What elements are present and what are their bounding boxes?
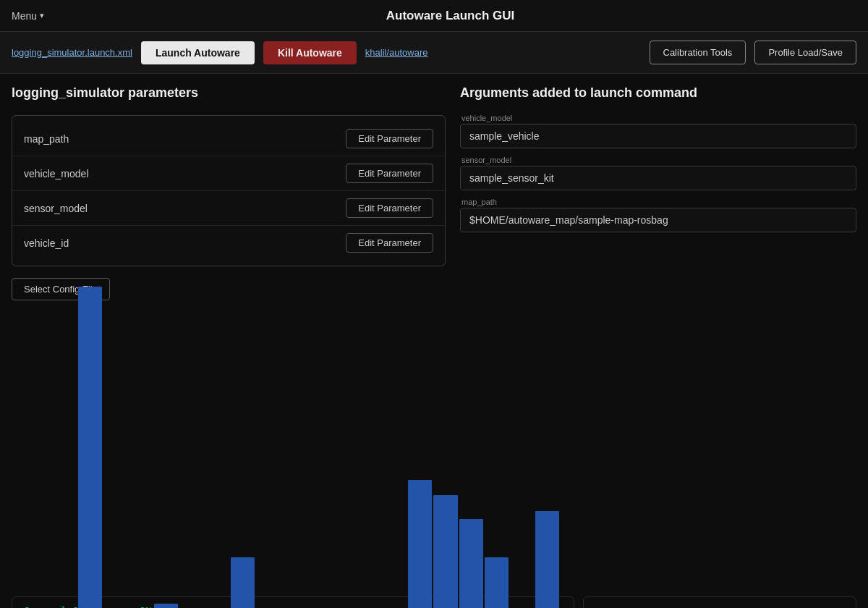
bar-4 xyxy=(154,604,178,608)
bottom-row: General CPU usage: 3% cpu percentage 0% … xyxy=(0,596,868,608)
arg-label-0: vehicle_model xyxy=(460,114,856,122)
edit-param-button-1[interactable]: Edit Parameter xyxy=(346,164,433,183)
arg-input-2[interactable] xyxy=(460,208,856,232)
arg-input-1[interactable] xyxy=(460,166,856,190)
bar-1 xyxy=(78,287,102,609)
right-panel: Arguments added to launch command vehicl… xyxy=(446,85,856,585)
bar-17 xyxy=(485,557,509,608)
bar-7 xyxy=(231,557,255,608)
toolbar: logging_simulator.launch.xml Launch Auto… xyxy=(0,32,868,74)
processes-panel: Top processes: chrome: 21.6% cpuchrome: … xyxy=(583,596,856,608)
bar-14 xyxy=(408,480,432,608)
cpu-panel: General CPU usage: 3% cpu percentage 0% … xyxy=(12,596,574,608)
table-row: vehicle_id Edit Parameter xyxy=(12,226,445,260)
arg-input-0[interactable] xyxy=(460,124,856,148)
edit-param-button-2[interactable]: Edit Parameter xyxy=(346,198,433,218)
menu-button[interactable]: Menu ▾ xyxy=(12,10,44,22)
bar-15 xyxy=(433,495,457,608)
app-title: Autoware Launch GUI xyxy=(44,9,856,23)
params-box: map_path Edit Parameter vehicle_model Ed… xyxy=(12,115,446,266)
table-row: sensor_model Edit Parameter xyxy=(12,191,445,226)
arg-field-0: vehicle_model xyxy=(460,114,856,148)
param-name-0: map_path xyxy=(24,133,69,145)
param-name-3: vehicle_id xyxy=(24,237,69,249)
arg-field-2: map_path xyxy=(460,198,856,232)
bar-19 xyxy=(535,511,559,608)
table-row: vehicle_model Edit Parameter xyxy=(12,156,445,191)
param-name-2: sensor_model xyxy=(24,203,88,214)
edit-param-button-3[interactable]: Edit Parameter xyxy=(346,233,433,253)
arg-label-2: map_path xyxy=(460,198,856,206)
profile-link[interactable]: khalil/autoware xyxy=(365,47,428,58)
launch-file-link[interactable]: logging_simulator.launch.xml xyxy=(12,47,132,58)
args-section-title: Arguments added to launch command xyxy=(460,85,856,101)
left-panel: logging_simulator parameters map_path Ed… xyxy=(12,85,446,585)
edit-param-button-0[interactable]: Edit Parameter xyxy=(346,129,433,148)
bar-16 xyxy=(459,519,483,609)
profile-load-save-button[interactable]: Profile Load/Save xyxy=(754,41,856,64)
arg-label-1: sensor_model xyxy=(460,156,856,164)
calibration-tools-button[interactable]: Calibration Tools xyxy=(650,41,746,64)
menu-label: Menu xyxy=(12,10,37,22)
params-section-title: logging_simulator parameters xyxy=(12,85,446,101)
title-bar: Menu ▾ Autoware Launch GUI xyxy=(0,0,868,32)
launch-autoware-button[interactable]: Launch Autoware xyxy=(141,41,255,64)
kill-autoware-button[interactable]: Kill Autoware xyxy=(263,41,357,64)
table-row: map_path Edit Parameter xyxy=(12,122,445,156)
param-name-1: vehicle_model xyxy=(24,168,89,180)
arg-field-1: sensor_model xyxy=(460,156,856,190)
